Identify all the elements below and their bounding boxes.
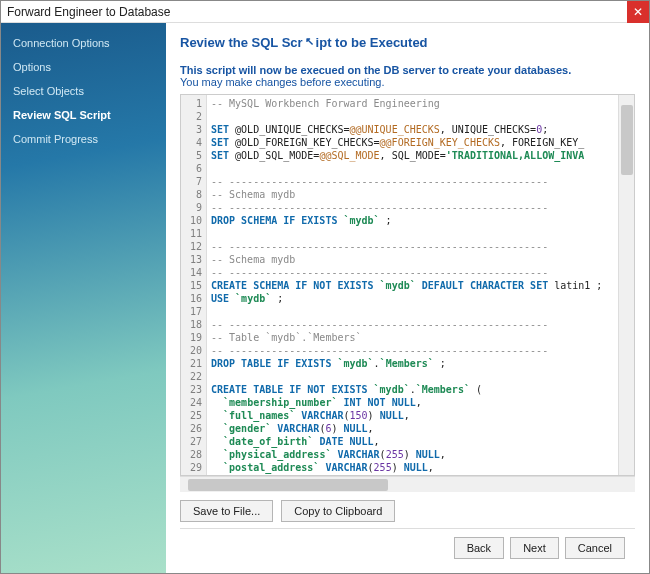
next-button[interactable]: Next — [510, 537, 559, 559]
code-line[interactable]: CREATE TABLE IF NOT EXISTS `mydb`.`Membe… — [211, 383, 614, 396]
window-title: Forward Engineer to Database — [7, 5, 170, 19]
code-line[interactable]: DROP SCHEMA IF EXISTS `mydb` ; — [211, 214, 614, 227]
code-line[interactable] — [211, 305, 614, 318]
code-line[interactable]: `contact_number` VARCHAR(75) NULL, — [211, 474, 614, 475]
dialog-body: Connection Options Options Select Object… — [1, 23, 649, 573]
dialog-window: Forward Engineer to Database ✕ Connectio… — [0, 0, 650, 574]
code-line[interactable]: `physical_address` VARCHAR(255) NULL, — [211, 448, 614, 461]
code-line[interactable]: -- -------------------------------------… — [211, 175, 614, 188]
code-line[interactable]: -- Schema mydb — [211, 253, 614, 266]
close-icon: ✕ — [633, 5, 643, 19]
vertical-scrollbar[interactable] — [618, 95, 634, 475]
sidebar-item-connection-options[interactable]: Connection Options — [1, 31, 166, 55]
code-line[interactable] — [211, 110, 614, 123]
code-line[interactable] — [211, 162, 614, 175]
code-line[interactable]: `date_of_birth` DATE NULL, — [211, 435, 614, 448]
page-subtext-1: This script will now be execued on the D… — [180, 64, 635, 76]
code-line[interactable]: SET @OLD_SQL_MODE=@@SQL_MODE, SQL_MODE='… — [211, 149, 614, 162]
sql-editor[interactable]: 1234567891011121314151617181920212223242… — [180, 94, 635, 476]
cancel-button[interactable]: Cancel — [565, 537, 625, 559]
code-line[interactable]: `full_names` VARCHAR(150) NULL, — [211, 409, 614, 422]
code-line[interactable]: `postal_address` VARCHAR(255) NULL, — [211, 461, 614, 474]
code-line[interactable] — [211, 227, 614, 240]
page-heading-b: ipt to be Executed — [316, 35, 428, 50]
sidebar-item-select-objects[interactable]: Select Objects — [1, 79, 166, 103]
vertical-scroll-thumb[interactable] — [621, 105, 633, 175]
save-to-file-button[interactable]: Save to File... — [180, 500, 273, 522]
page-subtext-2: You may make changes before executing. — [180, 76, 635, 88]
dialog-footer: Back Next Cancel — [180, 528, 635, 567]
code-line[interactable]: -- Schema mydb — [211, 188, 614, 201]
page-heading: Review the SQL Scr↖ipt to be Executed — [180, 35, 635, 50]
code-line[interactable]: DROP TABLE IF EXISTS `mydb`.`Members` ; — [211, 357, 614, 370]
horizontal-scroll-thumb[interactable] — [188, 479, 388, 491]
sidebar-item-options[interactable]: Options — [1, 55, 166, 79]
code-line[interactable]: -- -------------------------------------… — [211, 318, 614, 331]
code-line[interactable]: SET @OLD_FOREIGN_KEY_CHECKS=@@FOREIGN_KE… — [211, 136, 614, 149]
line-gutter: 1234567891011121314151617181920212223242… — [181, 95, 207, 475]
back-button[interactable]: Back — [454, 537, 504, 559]
sidebar-item-commit-progress[interactable]: Commit Progress — [1, 127, 166, 151]
close-button[interactable]: ✕ — [627, 1, 649, 23]
sidebar-item-review-sql-script[interactable]: Review SQL Script — [1, 103, 166, 127]
page-heading-a: Review the SQL Scr — [180, 35, 303, 50]
code-line[interactable]: -- -------------------------------------… — [211, 344, 614, 357]
code-line[interactable]: -- -------------------------------------… — [211, 201, 614, 214]
code-line[interactable] — [211, 370, 614, 383]
copy-to-clipboard-button[interactable]: Copy to Clipboard — [281, 500, 395, 522]
code-line[interactable]: -- Table `mydb`.`Members` — [211, 331, 614, 344]
editor-buttons-row: Save to File... Copy to Clipboard — [180, 492, 635, 528]
code-line[interactable]: -- -------------------------------------… — [211, 240, 614, 253]
code-line[interactable]: `membership_number` INT NOT NULL, — [211, 396, 614, 409]
titlebar: Forward Engineer to Database ✕ — [1, 1, 649, 23]
code-line[interactable]: `gender` VARCHAR(6) NULL, — [211, 422, 614, 435]
code-line[interactable]: -- -------------------------------------… — [211, 266, 614, 279]
code-line[interactable]: SET @OLD_UNIQUE_CHECKS=@@UNIQUE_CHECKS, … — [211, 123, 614, 136]
code-line[interactable]: CREATE SCHEMA IF NOT EXISTS `mydb` DEFAU… — [211, 279, 614, 292]
main-panel: Review the SQL Scr↖ipt to be Executed Th… — [166, 23, 649, 573]
horizontal-scrollbar[interactable] — [180, 476, 635, 492]
code-area[interactable]: -- MySQL Workbench Forward Engineering S… — [207, 95, 618, 475]
wizard-sidebar: Connection Options Options Select Object… — [1, 23, 166, 573]
code-line[interactable]: USE `mydb` ; — [211, 292, 614, 305]
code-line[interactable]: -- MySQL Workbench Forward Engineering — [211, 97, 614, 110]
cursor-icon: ↖ — [305, 35, 314, 48]
